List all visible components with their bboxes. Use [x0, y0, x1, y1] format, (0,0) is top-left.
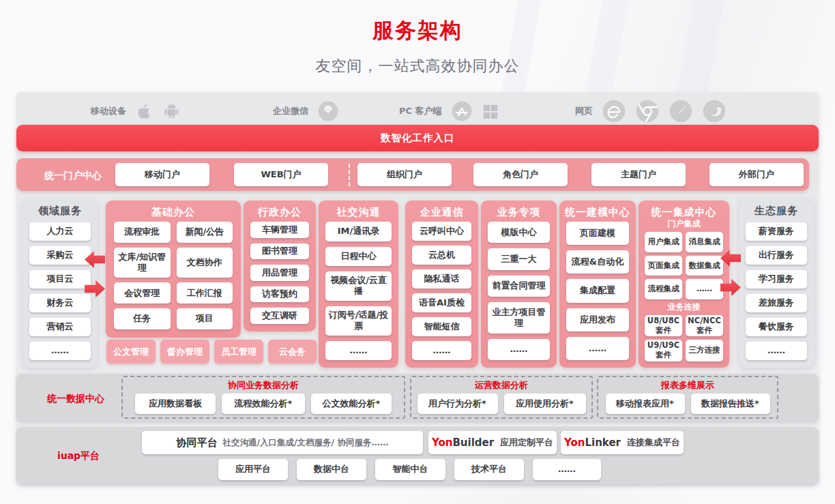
service-box: 云呼叫中心 [412, 222, 471, 241]
service-box: 餐饮服务 [746, 318, 807, 336]
panel-title: 社交沟通 [319, 206, 398, 219]
service-box: 业主方项目管理 [488, 302, 550, 333]
web-label: 网页 [575, 105, 593, 117]
data-center-label: 统一数据中心 [33, 393, 119, 405]
yonbuilder-desc: 应用定制平台 [500, 437, 553, 448]
portal-box: WEB门户 [234, 163, 328, 186]
apple-icon [135, 102, 153, 121]
service-box: 财务云 [29, 294, 91, 312]
panel-title: 业务专项 [481, 206, 557, 219]
device-group-pc: PC 客户端 [399, 98, 499, 125]
background-decoration [471, 0, 835, 91]
service-box: 页面建模 [566, 222, 629, 245]
panel-basic-office: 基础办公 流程审批 新闻/公告 文库/知识管理 文档协作 会议管理 工作汇报 任… [106, 201, 241, 338]
platform-box: 智能中台 [375, 459, 445, 480]
service-box-pink: 督办管理 [160, 340, 209, 364]
group-label-portal-integration: 门户集成 [645, 219, 723, 229]
service-box: 文档协作 [177, 248, 233, 278]
service-box: 云总机 [412, 246, 471, 265]
portal-box: 主题门户 [591, 163, 686, 186]
service-box: 新闻/公告 [177, 222, 233, 243]
platform-box: 数据中台 [297, 459, 366, 480]
collab-platform-desc: 社交沟通/入口集成/文档服务/ 协同服务…… [222, 437, 388, 448]
service-box: 隐私通话 [412, 269, 471, 288]
service-box: 用户行为分析* [418, 394, 498, 414]
ie-icon [602, 99, 626, 123]
portal-box: 移动门户 [115, 163, 209, 186]
panel-title: 基础办公 [106, 206, 241, 219]
service-box: 项目云 [29, 270, 91, 288]
service-box: 图书管理 [250, 243, 309, 260]
service-box: 日程中心 [325, 247, 392, 267]
service-box: 集成配置 [566, 279, 629, 302]
service-box-more: …… [566, 337, 629, 360]
device-group-web: 网页 [575, 98, 727, 125]
service-box: U8/U8C套件 [645, 315, 682, 337]
group-title: 协同业务数据分析 [123, 379, 404, 391]
service-box: 公文效能分析* [311, 394, 392, 414]
yonlinker-box: YonLinker 连接集成平台 [561, 431, 684, 454]
service-box: 学习服务 [746, 270, 807, 288]
service-box: 视频会议/云直播 [325, 271, 392, 301]
service-box-more: …… [746, 342, 807, 360]
chrome-icon [635, 99, 660, 123]
service-box: 模版中心 [488, 222, 550, 243]
service-box: U9/U9C套件 [645, 340, 682, 361]
service-box: 出行服务 [746, 246, 807, 265]
page-title: 服务架构 [0, 16, 835, 45]
service-box: 工作汇报 [177, 282, 233, 303]
service-box: 智能短信 [412, 317, 471, 336]
panel-title: 领域服务 [23, 205, 98, 218]
pc-client-label: PC 客户端 [399, 105, 442, 117]
wechat-work-label: 企业微信 [273, 105, 308, 117]
yonlinker-logo: Yon [564, 436, 585, 449]
digital-work-entry-banner: 数智化工作入口 [16, 125, 819, 151]
portal-center-label: 统一门户中心 [30, 170, 116, 182]
service-box: 采购云 [29, 246, 91, 265]
panel-title: 行政办公 [244, 206, 316, 219]
panel-admin-office: 行政办公 车辆管理 图书管理 用品管理 访客预约 交互调研 [244, 201, 316, 331]
wechat-work-icon [317, 100, 339, 122]
service-box: 车辆管理 [250, 222, 309, 238]
panel-modeling-center: 统一建模中心 页面建模 流程&自动化 集成配置 应用发布 …… [559, 201, 636, 368]
service-box: 项目 [177, 308, 233, 329]
service-box: 流程审批 [114, 222, 171, 243]
panel-enterprise-communication: 企业通信 云呼叫中心 云总机 隐私通话 语音AI质检 智能短信 …… [405, 201, 478, 368]
panel-title: 生态服务 [739, 205, 814, 218]
panel-business-special: 业务专项 模版中心 三重一大 前置合同管理 业主方项目管理 …… [481, 201, 557, 368]
group-title: 运营数据分析 [411, 379, 591, 391]
device-group-wechat: 企业微信 [273, 98, 339, 125]
service-box: 应用数据看板 [135, 394, 216, 414]
service-box: 应用发布 [566, 308, 629, 331]
yonlinker-desc: 连接集成平台 [627, 437, 680, 448]
service-box: 任务 [114, 308, 171, 329]
service-box: 访客预约 [250, 286, 309, 303]
service-box-more: …… [686, 279, 723, 299]
group-label-business-connect: 业务连接 [645, 302, 723, 312]
service-architecture-page: 服务架构 友空间，一站式高效协同办公 移动设备 企业微信 PC 客户端 网页 [0, 0, 835, 504]
banner-label: 数智化工作入口 [381, 132, 455, 145]
service-box: 流程效能分析* [222, 394, 305, 414]
yonbuilder-logo: Yon [432, 436, 452, 449]
safari-icon [669, 99, 693, 123]
service-box: IM/通讯录 [325, 222, 392, 241]
collab-platform-box: 协同平台 社交沟通/入口集成/文档服务/ 协同服务…… [142, 431, 423, 454]
service-box: 语音AI质检 [412, 293, 471, 312]
mobile-devices-label: 移动设备 [91, 105, 126, 117]
group-collab-data-analysis: 协同业务数据分析 应用数据看板 流程效能分析* 公文效能分析* [121, 376, 405, 419]
portal-box: 组织门户 [357, 163, 452, 186]
service-box: 流程集成 [645, 279, 682, 299]
service-box: 移动报表应用* [606, 394, 685, 414]
group-title: 报表多维展示 [598, 379, 777, 391]
service-box: 文库/知识管理 [114, 248, 171, 278]
service-box-more: …… [488, 339, 550, 360]
service-box: 薪资服务 [746, 222, 807, 241]
collab-platform-name: 协同平台 [176, 436, 217, 449]
yonbuilder-box: YonBuilder 应用定制平台 [428, 431, 557, 454]
panel-title: 企业通信 [405, 206, 478, 219]
service-box: 三方连接 [686, 340, 723, 361]
iuap-label: iuap平台 [41, 450, 116, 462]
service-box: NC/NCC套件 [686, 315, 723, 337]
service-box-more: …… [29, 342, 91, 360]
panel-social-communication: 社交沟通 IM/通讯录 日程中心 视频会议/云直播 订阅号/话题/投票 …… [319, 201, 398, 368]
